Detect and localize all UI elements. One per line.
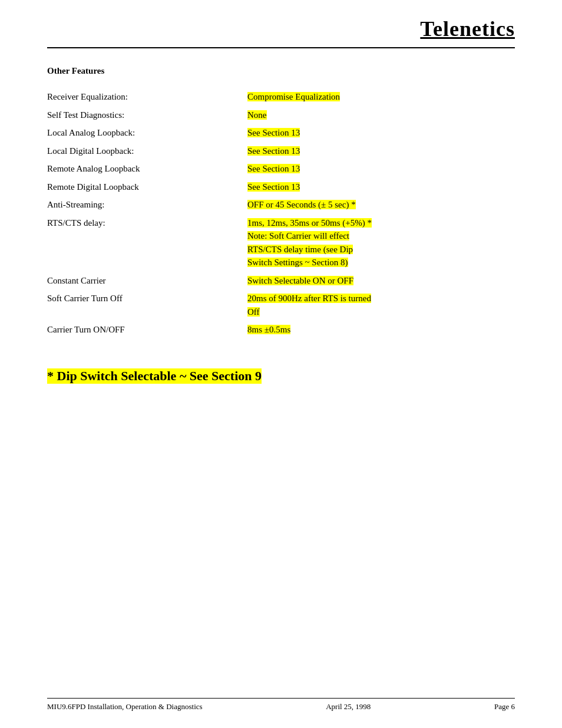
feature-value: See Section 13 bbox=[247, 178, 515, 196]
feature-value: See Section 13 bbox=[247, 124, 515, 142]
feature-label: Carrier Turn ON/OFF bbox=[47, 321, 247, 339]
table-row: Self Test Diagnostics:None bbox=[47, 106, 515, 124]
feature-value: 1ms, 12ms, 35ms or 50ms (+5%) *Note: Sof… bbox=[247, 214, 515, 272]
logo: Telenetics bbox=[420, 17, 515, 41]
footer: MIU9.6FPD Installation, Operation & Diag… bbox=[47, 698, 515, 711]
feature-label: Remote Digital Loopback bbox=[47, 178, 247, 196]
page: Telenetics Other Features Receiver Equal… bbox=[0, 0, 562, 728]
table-row: Local Analog Loopback:See Section 13 bbox=[47, 124, 515, 142]
table-row: Remote Digital LoopbackSee Section 13 bbox=[47, 178, 515, 196]
feature-label: Local Digital Loopback: bbox=[47, 142, 247, 160]
table-row: Anti-Streaming:OFF or 45 Seconds (± 5 se… bbox=[47, 196, 515, 214]
feature-value: See Section 13 bbox=[247, 142, 515, 160]
dip-note: * Dip Switch Selectable ~ See Section 9 bbox=[47, 368, 262, 384]
table-row: Receiver Equalization:Compromise Equaliz… bbox=[47, 88, 515, 106]
table-row: Carrier Turn ON/OFF8ms ±0.5ms bbox=[47, 321, 515, 339]
feature-label: Receiver Equalization: bbox=[47, 88, 247, 106]
feature-label: Self Test Diagnostics: bbox=[47, 106, 247, 124]
footer-left: MIU9.6FPD Installation, Operation & Diag… bbox=[47, 702, 203, 711]
table-row: Soft Carrier Turn Off20ms of 900Hz after… bbox=[47, 289, 515, 321]
table-row: Local Digital Loopback:See Section 13 bbox=[47, 142, 515, 160]
header: Telenetics bbox=[47, 0, 515, 48]
feature-value: 8ms ±0.5ms bbox=[247, 321, 515, 339]
section-title: Other Features bbox=[47, 66, 515, 76]
feature-value: None bbox=[247, 106, 515, 124]
footer-center: April 25, 1998 bbox=[326, 702, 371, 711]
table-row: Remote Analog LoopbackSee Section 13 bbox=[47, 160, 515, 178]
feature-value: Compromise Equalization bbox=[247, 88, 515, 106]
table-row: RTS/CTS delay:1ms, 12ms, 35ms or 50ms (+… bbox=[47, 214, 515, 272]
feature-label: RTS/CTS delay: bbox=[47, 214, 247, 272]
feature-label: Soft Carrier Turn Off bbox=[47, 289, 247, 321]
footer-right: Page 6 bbox=[494, 702, 515, 711]
feature-value: 20ms of 900Hz after RTS is turnedOff bbox=[247, 289, 515, 321]
table-row: Constant CarrierSwitch Selectable ON or … bbox=[47, 272, 515, 290]
feature-value: Switch Selectable ON or OFF bbox=[247, 272, 515, 290]
feature-label: Remote Analog Loopback bbox=[47, 160, 247, 178]
feature-label: Local Analog Loopback: bbox=[47, 124, 247, 142]
features-table: Receiver Equalization:Compromise Equaliz… bbox=[47, 88, 515, 339]
feature-label: Constant Carrier bbox=[47, 272, 247, 290]
feature-value: See Section 13 bbox=[247, 160, 515, 178]
feature-label: Anti-Streaming: bbox=[47, 196, 247, 214]
feature-value: OFF or 45 Seconds (± 5 sec) * bbox=[247, 196, 515, 214]
